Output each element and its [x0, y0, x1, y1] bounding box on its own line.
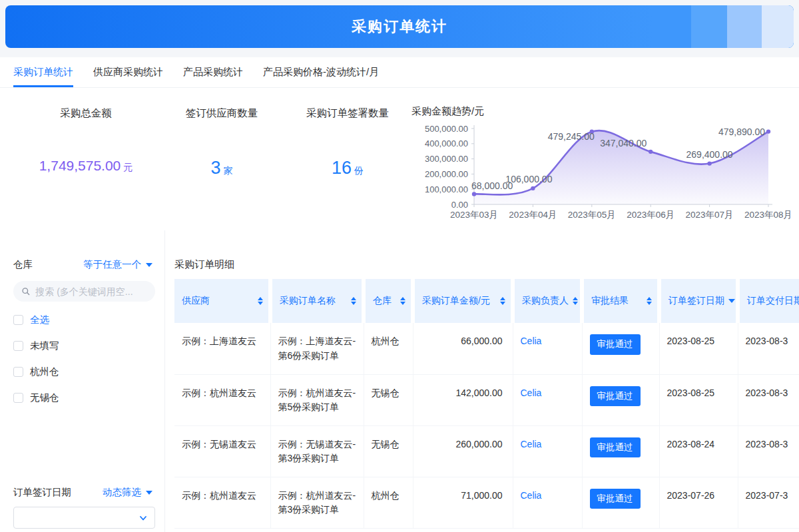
option-label: 全选	[30, 314, 49, 326]
caret-down-icon	[146, 491, 152, 495]
supplier-cell: 示例：无锡道友云	[174, 425, 270, 477]
banner-decor-strip	[727, 5, 762, 48]
amount-cell: 66,000.00	[413, 323, 513, 374]
data-point	[531, 186, 535, 190]
table-row: 示例：杭州道友云示例：杭州道友云-第5份采购订单无锡仓142,000.00Cel…	[174, 374, 799, 425]
sign-date-mode-dropdown[interactable]: 动态筛选	[103, 486, 152, 499]
tab-3[interactable]: 产品采购价格-波动统计/月	[263, 57, 379, 87]
approval-status-badge: 审批通过	[590, 334, 641, 355]
amount-cell: 260,000.00	[413, 425, 513, 477]
sort-icon[interactable]	[351, 297, 356, 305]
tab-2[interactable]: 产品采购统计	[183, 57, 243, 87]
owner-link[interactable]: Celia	[521, 490, 542, 501]
delivery_date-cell: 2023-08-3	[738, 374, 799, 425]
stat-value: 3家	[158, 158, 285, 178]
svg-text:2023年07月: 2023年07月	[686, 210, 734, 220]
caret-down-icon	[146, 263, 152, 267]
orders-table: 供应商采购订单名称仓库采购订单金额/元采购负责人审批结果订单签订日期订单交付日期…	[174, 279, 799, 529]
stat-card-0: 采购总金额1,749,575.00元	[13, 105, 158, 230]
checkbox[interactable]	[13, 341, 23, 351]
banner-decor-strip	[762, 5, 794, 48]
header-banner: 采购订单统计	[5, 5, 794, 48]
col-header-approval[interactable]: 审批结果	[582, 279, 659, 323]
warehouse-option-0[interactable]: 全选	[13, 314, 155, 326]
svg-text:347,040.00: 347,040.00	[600, 138, 647, 148]
approval-status-badge: 审批通过	[590, 489, 641, 509]
warehouse-operator-dropdown[interactable]: 等于任意一个	[83, 258, 152, 271]
sort-desc-icon[interactable]	[728, 299, 735, 303]
owner-cell: Celia	[513, 374, 582, 425]
owner-link[interactable]: Celia	[521, 388, 542, 398]
stat-label: 签订供应商数量	[158, 107, 285, 121]
trend-chart-canvas: 0.00100,000.00200,000.00300,000.00400,00…	[410, 121, 786, 228]
approval-status-badge: 审批通过	[590, 386, 641, 407]
amount-cell: 142,000.00	[413, 374, 513, 425]
warehouse-search-box[interactable]	[13, 281, 155, 302]
sign-date-filter-label: 订单签订日期	[13, 486, 71, 499]
svg-text:100,000.00: 100,000.00	[425, 184, 468, 194]
option-label: 无锡仓	[30, 392, 59, 404]
sort-icon[interactable]	[573, 297, 578, 305]
svg-text:269,400.00: 269,400.00	[686, 149, 733, 160]
approval-cell: 审批通过	[582, 374, 659, 425]
owner-cell: Celia	[513, 323, 582, 374]
col-header-sign_date[interactable]: 订单签订日期	[659, 279, 738, 323]
checkbox[interactable]	[13, 393, 23, 403]
sign-date-select[interactable]	[13, 507, 155, 529]
warehouse-cell: 杭州仓	[364, 323, 413, 374]
sort-icon[interactable]	[400, 297, 405, 305]
svg-text:2023年04月: 2023年04月	[509, 210, 557, 220]
option-label: 未填写	[30, 340, 59, 352]
owner-link[interactable]: Celia	[521, 439, 542, 449]
warehouse-option-3[interactable]: 无锡仓	[13, 392, 155, 404]
svg-text:2023年06月: 2023年06月	[627, 210, 674, 220]
col-header-amount[interactable]: 采购订单金额/元	[413, 279, 513, 323]
supplier-cell: 示例：杭州道友云	[174, 374, 270, 425]
tab-1[interactable]: 供应商采购统计	[93, 57, 163, 87]
warehouse-cell: 无锡仓	[364, 425, 413, 477]
sign_date-cell: 2023-07-26	[659, 477, 738, 528]
col-header-label: 订单签订日期	[668, 295, 724, 307]
sort-icon[interactable]	[500, 297, 505, 305]
col-header-owner[interactable]: 采购负责人	[513, 279, 582, 323]
owner-cell: Celia	[513, 477, 582, 528]
checkbox[interactable]	[13, 367, 23, 377]
warehouse-option-1[interactable]: 未填写	[13, 340, 155, 352]
checkbox[interactable]	[13, 315, 23, 325]
page-title: 采购订单统计	[352, 17, 447, 37]
tab-0[interactable]: 采购订单统计	[13, 57, 73, 87]
search-icon	[21, 286, 30, 296]
col-header-order_name[interactable]: 采购订单名称	[270, 279, 364, 323]
sort-icon[interactable]	[258, 297, 263, 305]
svg-text:0.00: 0.00	[451, 200, 468, 210]
sort-icon[interactable]	[647, 297, 652, 305]
stats-section: 采购总金额1,749,575.00元签订供应商数量3家采购订单签署数量16份 采…	[0, 88, 799, 230]
stat-value: 16份	[285, 158, 410, 178]
y-axis-labels: 0.00100,000.00200,000.00300,000.00400,00…	[425, 124, 468, 210]
warehouse-search-input[interactable]	[35, 286, 147, 297]
col-header-label: 采购订单金额/元	[422, 295, 490, 307]
order_name-cell: 示例：无锡道友云-第3份采购订单	[270, 425, 364, 477]
approval-cell: 审批通过	[582, 323, 659, 374]
svg-text:479,890.00: 479,890.00	[718, 127, 765, 137]
trend-chart-svg: 0.00100,000.00200,000.00300,000.00400,00…	[410, 121, 793, 226]
x-axis-labels: 2023年03月2023年04月2023年05月2023年06月2023年07月…	[450, 210, 792, 220]
warehouse-option-2[interactable]: 杭州仓	[13, 366, 155, 378]
warehouse-operator-value: 等于任意一个	[83, 258, 141, 271]
option-label: 杭州仓	[30, 366, 59, 378]
banner-decor-strip	[691, 5, 727, 48]
order_name-cell: 示例：杭州道友云-第3份采购订单	[270, 477, 364, 528]
approval-cell: 审批通过	[582, 425, 659, 477]
chevron-down-icon	[138, 513, 148, 523]
col-header-supplier[interactable]: 供应商	[174, 279, 270, 323]
col-header-warehouse[interactable]: 仓库	[364, 279, 413, 323]
table-row: 示例：杭州道友云示例：杭州道友云-第3份采购订单杭州仓71,000.00Celi…	[174, 477, 799, 528]
svg-text:2023年05月: 2023年05月	[568, 210, 616, 220]
approval-cell: 审批通过	[582, 477, 659, 528]
owner-link[interactable]: Celia	[521, 336, 542, 346]
delivery_date-cell: 2023-08-3	[738, 425, 799, 477]
data-point	[649, 150, 653, 154]
col-header-label: 供应商	[182, 295, 210, 307]
trend-chart: 采购金额趋势/元 0.00100,000.00200,000.00300,000…	[410, 105, 786, 230]
col-header-label: 仓库	[373, 295, 392, 307]
